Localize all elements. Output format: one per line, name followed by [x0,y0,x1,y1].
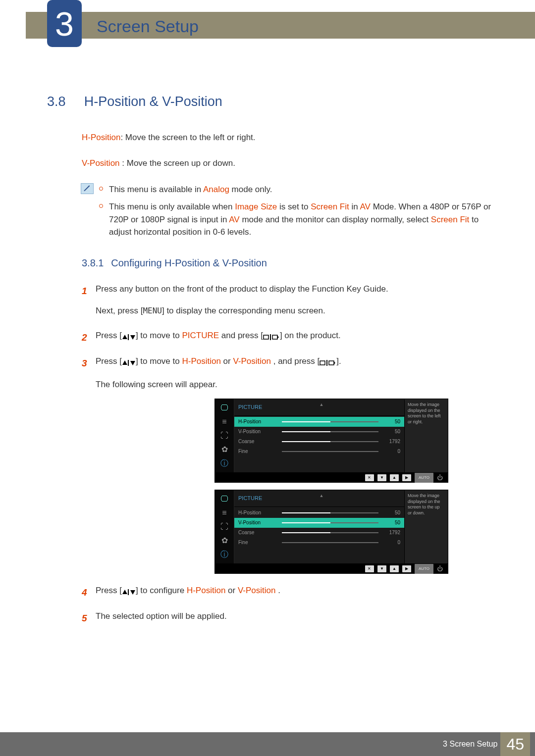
osd-menu-vposition: 🖵 ≡ ⛶ ✿ ⓘ PICTURE ▲ [214,490,448,574]
svg-marker-9 [130,361,135,365]
chapter-number-box: 3 [47,0,82,47]
slider-bar [282,542,378,543]
osd-menu-hposition: 🖵 ≡ ⛶ ✿ ⓘ PICTURE ▲ [214,399,448,483]
picture-icon: 🖵 [219,494,230,504]
vposition-label: V-Position [82,158,120,168]
subsection-number: 3.8.1 [82,257,104,268]
up-down-icon [122,354,136,370]
osd-row-coarse: Coarse 1792 [234,437,404,447]
gear-icon: ✿ [219,445,230,454]
size-icon: ⛶ [219,522,230,532]
footer-chapter-label: 3 Screen Setup [443,740,497,749]
section-number: 3.8 [47,94,82,109]
osd-row-coarse: Coarse 1792 [234,528,404,538]
slider-bar [282,441,378,442]
svg-rect-8 [128,360,129,366]
arrow-up-icon: ▲ [320,492,324,500]
arrow-up-icon: ▲ [320,401,324,409]
note-block: This menu is available in Analog mode on… [82,183,495,239]
hposition-description: H-Position: Move the screen to the left … [82,132,495,144]
svg-rect-12 [329,361,334,365]
svg-marker-6 [277,336,279,339]
svg-rect-11 [326,360,327,366]
svg-marker-16 [130,590,135,595]
close-icon: ✕ [365,474,374,481]
auto-label: AUTO [415,473,433,482]
osd-footer: ✕ ▼ ▲ ▶ AUTO ⏻ [215,472,448,482]
slider-bar [282,421,378,422]
close-icon: ✕ [365,565,374,572]
step-2: 2 Press [] to move to PICTURE and press … [82,328,495,345]
svg-rect-1 [128,334,129,340]
info-icon: ⓘ [219,550,230,559]
enter-source-icon [263,329,280,345]
hposition-label: H-Position [82,133,120,142]
page-number: 45 [500,732,530,756]
osd-row-fine: Fine 0 [234,538,404,548]
osd-row-hposition: H-Position 50 [234,417,404,427]
svg-rect-5 [272,335,277,339]
arrow-down-icon: ▼ [377,565,386,572]
slider-bar [282,532,378,533]
svg-marker-0 [122,335,127,339]
osd-footer: ✕ ▼ ▲ ▶ AUTO ⏻ [215,563,448,573]
arrow-up-icon: ▲ [390,565,399,572]
note-item: This menu is available in Analog mode on… [109,183,495,196]
arrow-up-icon: ▲ [390,474,399,481]
arrow-down-icon: ▼ [377,474,386,481]
svg-marker-2 [130,335,135,340]
subsection-title: Configuring H-Position & V-Position [111,257,267,268]
osd-description: Move the image displayed on the screen t… [404,490,448,563]
step-4: 4 Press [] to configure H-Position or V-… [82,583,495,600]
svg-rect-15 [128,589,129,595]
svg-marker-13 [334,361,335,364]
step-1: 1 Press any button on the front of the p… [82,281,495,319]
size-icon: ⛶ [219,431,230,441]
note-item: This menu is only available when Image S… [109,201,495,239]
auto-label: AUTO [415,564,433,573]
osd-row-vposition: V-Position 50 [234,518,404,528]
list-icon: ≡ [219,417,230,427]
subsection-heading: 3.8.1 Configuring H-Position & V-Positio… [82,257,495,269]
page-footer: 3 Screen Setup 45 [0,732,535,756]
slider-bar [282,522,378,523]
note-icon [81,183,94,194]
slider-bar [282,431,378,432]
up-down-icon [122,329,136,345]
svg-rect-3 [264,335,268,339]
info-icon: ⓘ [219,458,230,468]
svg-marker-14 [122,590,127,594]
up-down-icon [122,584,136,600]
menu-key-label: MENU [143,306,162,315]
arrow-right-icon: ▶ [402,474,411,481]
osd-description: Move the image displayed on the screen t… [404,399,448,472]
list-icon: ≡ [219,508,230,518]
svg-rect-10 [320,361,325,365]
chapter-number: 3 [55,4,74,43]
section-heading: 3.8 H-Position & V-Position [47,94,495,109]
step-3: 3 Press [] to move to H-Position or V-Po… [82,353,495,574]
osd-panel-title: PICTURE ▲ [234,490,404,507]
osd-row-fine: Fine 0 [234,447,404,456]
svg-marker-7 [122,360,127,365]
slider-bar [282,512,378,513]
power-icon: ⏻ [437,563,443,575]
gear-icon: ✿ [219,536,230,546]
chapter-title: Screen Setup [97,17,199,36]
power-icon: ⏻ [437,472,443,484]
enter-source-icon [320,354,336,370]
section-title: H-Position & V-Position [84,94,222,109]
slider-bar [282,451,378,452]
osd-row-hposition: H-Position 50 [234,508,404,518]
picture-icon: 🖵 [219,403,230,413]
svg-rect-4 [270,334,271,340]
vposition-description: V-Position : Move the screen up or down. [82,157,495,169]
osd-row-vposition: V-Position 50 [234,427,404,437]
step-5: 5 The selected option will be applied. [82,608,495,624]
osd-panel-title: PICTURE ▲ [234,399,404,416]
arrow-right-icon: ▶ [402,565,411,572]
